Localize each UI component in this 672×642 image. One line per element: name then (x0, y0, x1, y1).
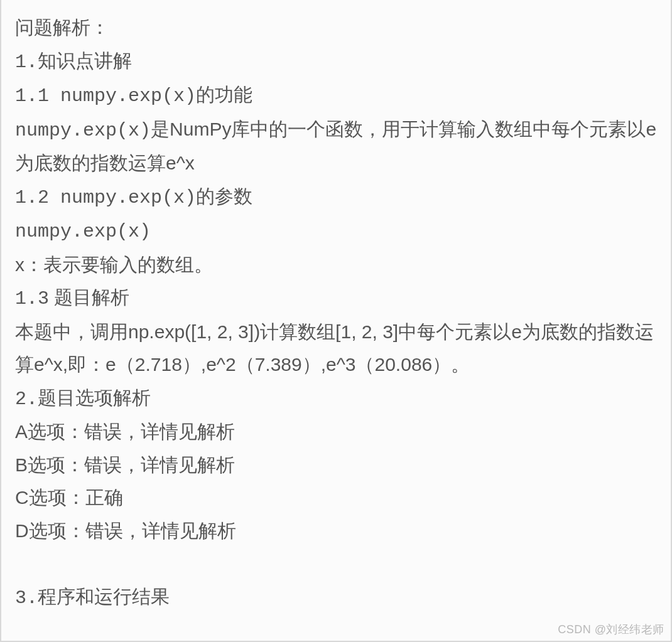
code-span: numpy.exp(x) (15, 221, 151, 242)
code-span: numpy.exp(x) (15, 120, 151, 141)
document-content: 问题解析： 1.知识点讲解 1.1 numpy.exp(x)的功能 numpy.… (1, 0, 671, 614)
blank-line (15, 547, 657, 580)
watermark: CSDN @刘经纬老师 (558, 622, 664, 637)
text-span: 题目解析 (49, 287, 129, 308)
document-page: 问题解析： 1.知识点讲解 1.1 numpy.exp(x)的功能 numpy.… (0, 0, 672, 642)
text-line: 2.题目选项解析 (15, 382, 657, 416)
text-line: 1.1 numpy.exp(x)的功能 (15, 78, 657, 113)
text-line: x：表示要输入的数组。 (15, 249, 657, 282)
text-line: 3.程序和运行结果 (15, 580, 657, 615)
text-line: 1.知识点讲解 (15, 45, 657, 79)
list-number: 1.3 (15, 288, 49, 309)
code-span: 1.2 numpy.exp(x) (15, 187, 196, 208)
text-line: numpy.exp(x)是NumPy库中的一个函数，用于计算输入数组中每个元素以… (15, 113, 657, 180)
list-number: 3. (15, 587, 38, 609)
text-line: 本题中，调用np.exp([1, 2, 3])计算数组[1, 2, 3]中每个元… (15, 316, 657, 382)
list-number: 1. (15, 51, 38, 73)
text-span: 程序和运行结果 (38, 586, 170, 607)
option-line: A选项：错误，详情见解析 (15, 415, 657, 449)
text-line: 1.2 numpy.exp(x)的参数 (15, 180, 657, 215)
text-span: 知识点讲解 (38, 50, 132, 71)
option-line: B选项：错误，详情见解析 (15, 449, 657, 482)
option-line: C选项：正确 (15, 481, 657, 515)
text-span: 的参数 (196, 186, 252, 206)
code-span: 1.1 numpy.exp(x) (15, 85, 196, 107)
text-line: numpy.exp(x) (15, 214, 657, 249)
text-span: 题目选项解析 (38, 387, 151, 408)
text-line: 问题解析： (15, 11, 657, 45)
option-line: D选项：错误，详情见解析 (15, 515, 657, 548)
text-line: 1.3 题目解析 (15, 281, 657, 316)
list-number: 2. (15, 388, 38, 410)
text-span: 的功能 (196, 84, 252, 105)
